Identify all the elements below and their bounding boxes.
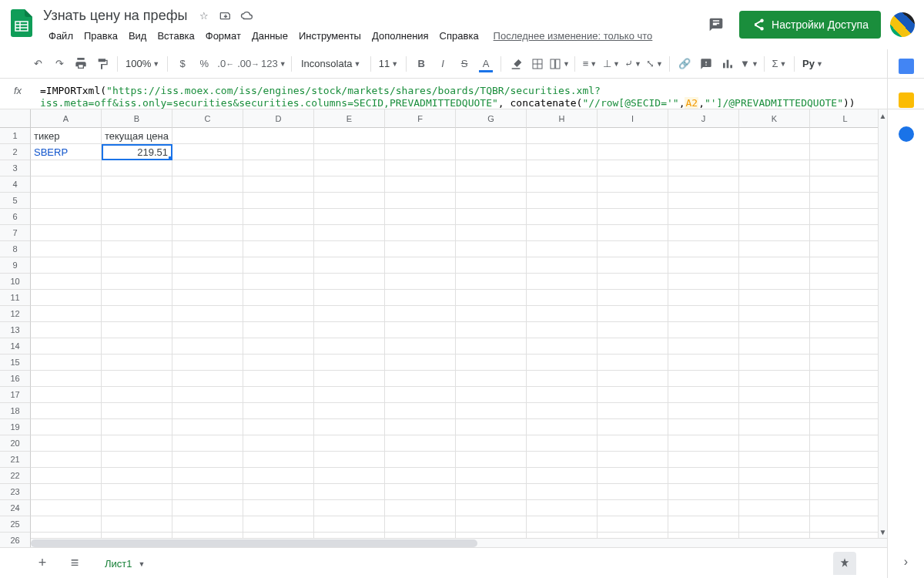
fill-color-button[interactable]: [506, 54, 526, 74]
cell[interactable]: [31, 338, 102, 355]
formula-input[interactable]: =IMPORTxml("https://iss.moex.com/iss/eng…: [35, 82, 924, 113]
cell[interactable]: [598, 419, 668, 435]
cell[interactable]: [527, 209, 598, 225]
cell[interactable]: [739, 274, 810, 290]
cell[interactable]: [456, 355, 527, 371]
cell[interactable]: [243, 225, 314, 241]
cell[interactable]: [456, 419, 527, 435]
cell[interactable]: [527, 176, 598, 193]
cell[interactable]: [385, 322, 456, 338]
column-header[interactable]: J: [668, 109, 739, 128]
cell[interactable]: [314, 257, 385, 274]
cell[interactable]: [243, 355, 314, 371]
cell[interactable]: [385, 290, 456, 306]
cell[interactable]: [172, 160, 243, 176]
cell[interactable]: [172, 468, 243, 484]
cell[interactable]: [810, 500, 881, 516]
cell[interactable]: [456, 500, 527, 516]
cell[interactable]: [31, 193, 102, 209]
cell[interactable]: [102, 306, 172, 322]
cell[interactable]: [385, 209, 456, 225]
menu-format[interactable]: Формат: [200, 29, 246, 43]
cell[interactable]: [739, 468, 810, 484]
cell[interactable]: [172, 290, 243, 306]
column-header[interactable]: G: [456, 109, 527, 128]
cell[interactable]: [385, 338, 456, 355]
cell[interactable]: [598, 338, 668, 355]
cell[interactable]: [102, 193, 172, 209]
cell[interactable]: [385, 144, 456, 160]
comment-button[interactable]: [696, 54, 716, 74]
cell[interactable]: [527, 306, 598, 322]
cell[interactable]: [102, 257, 172, 274]
row-header[interactable]: 8: [0, 241, 31, 257]
scroll-thumb[interactable]: [31, 539, 477, 547]
cell[interactable]: [172, 403, 243, 419]
cell[interactable]: [527, 193, 598, 209]
cell[interactable]: [102, 209, 172, 225]
cell[interactable]: [102, 419, 172, 435]
cell[interactable]: [314, 193, 385, 209]
menu-addons[interactable]: Дополнения: [367, 29, 434, 43]
cell[interactable]: [739, 225, 810, 241]
cell[interactable]: [739, 176, 810, 193]
all-sheets-button[interactable]: ≡: [63, 552, 86, 575]
paint-format-button[interactable]: [92, 54, 112, 74]
cell[interactable]: [172, 500, 243, 516]
cell[interactable]: [668, 241, 739, 257]
sheet-tab[interactable]: Лист1 ▼: [95, 552, 154, 575]
cell[interactable]: [456, 306, 527, 322]
cell[interactable]: [385, 387, 456, 403]
cell[interactable]: [810, 371, 881, 387]
cell[interactable]: [314, 403, 385, 419]
cell[interactable]: [102, 403, 172, 419]
cell[interactable]: [314, 387, 385, 403]
cell[interactable]: [810, 306, 881, 322]
cell[interactable]: [527, 500, 598, 516]
cell[interactable]: [243, 128, 314, 144]
cell[interactable]: [456, 484, 527, 500]
cell[interactable]: [456, 225, 527, 241]
cell[interactable]: [598, 355, 668, 371]
column-header[interactable]: E: [314, 109, 385, 128]
cell[interactable]: [598, 144, 668, 160]
cell[interactable]: [456, 274, 527, 290]
cell[interactable]: [598, 435, 668, 452]
cell[interactable]: [739, 435, 810, 452]
row-header[interactable]: 9: [0, 257, 31, 274]
sheets-logo[interactable]: [6, 8, 37, 39]
cell[interactable]: [172, 338, 243, 355]
cell[interactable]: [810, 128, 881, 144]
cell[interactable]: [243, 452, 314, 468]
cell[interactable]: [810, 225, 881, 241]
cell[interactable]: [668, 306, 739, 322]
cell[interactable]: [456, 144, 527, 160]
cell[interactable]: [668, 403, 739, 419]
bold-button[interactable]: B: [411, 54, 431, 74]
menu-tools[interactable]: Инструменты: [293, 29, 367, 43]
cell[interactable]: [810, 274, 881, 290]
explore-button[interactable]: [833, 552, 856, 575]
cell[interactable]: [31, 484, 102, 500]
row-header[interactable]: 24: [0, 500, 31, 516]
merge-button[interactable]: ▼: [549, 54, 570, 74]
calendar-icon[interactable]: [899, 59, 914, 74]
cell[interactable]: [385, 403, 456, 419]
cell[interactable]: [385, 241, 456, 257]
cell[interactable]: [739, 484, 810, 500]
cell[interactable]: [243, 435, 314, 452]
cell[interactable]: [598, 484, 668, 500]
currency-button[interactable]: $: [172, 54, 192, 74]
cell[interactable]: [243, 241, 314, 257]
cell[interactable]: [527, 387, 598, 403]
cell[interactable]: [668, 468, 739, 484]
cell[interactable]: [598, 160, 668, 176]
cell[interactable]: [739, 371, 810, 387]
row-header[interactable]: 19: [0, 419, 31, 435]
cell[interactable]: [739, 322, 810, 338]
rotate-button[interactable]: ⤡▼: [644, 54, 665, 74]
row-header[interactable]: 13: [0, 322, 31, 338]
row-header[interactable]: 11: [0, 290, 31, 306]
v-align-button[interactable]: ⊥▼: [601, 54, 621, 74]
cell[interactable]: [598, 274, 668, 290]
